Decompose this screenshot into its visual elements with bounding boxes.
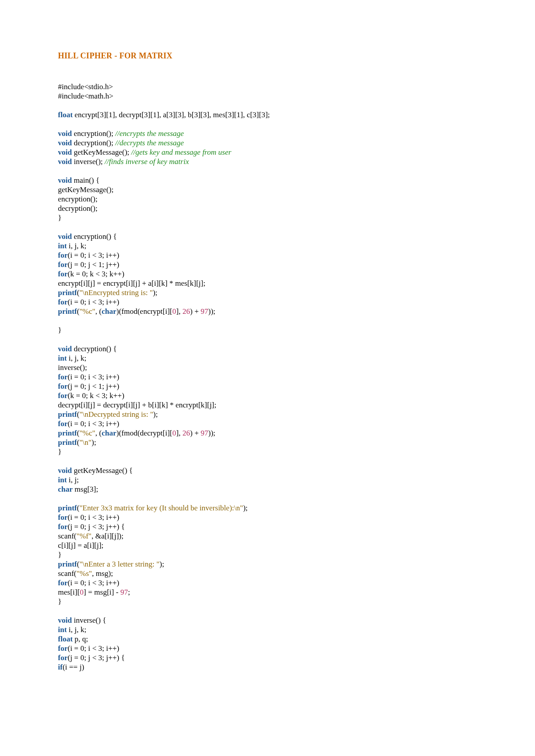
code-line: int i, j, k;	[58, 625, 477, 634]
code-line: }	[58, 447, 477, 456]
code-line: printf("%c", (char)(fmod(decrypt[i][0], …	[58, 428, 477, 438]
code-line: printf("%c", (char)(fmod(encrypt[i][0], …	[58, 307, 477, 316]
code-line: int i, j;	[58, 475, 477, 485]
code-line: }	[58, 550, 477, 559]
code-block: #include<stdio.h>#include<math.h> float …	[58, 82, 477, 672]
code-line: for(j = 0; j < 3; j++) {	[58, 522, 477, 531]
document-title: HILL CIPHER - FOR MATRIX	[58, 51, 477, 61]
code-line: }	[58, 325, 477, 335]
code-line: for(j = 0; j < 1; j++)	[58, 260, 477, 269]
code-line: for(i = 0; i < 3; i++)	[58, 419, 477, 428]
code-line	[58, 166, 477, 176]
code-line	[58, 335, 477, 344]
code-line: float encrypt[3][1], decrypt[3][1], a[3]…	[58, 110, 477, 119]
code-line: for(k = 0; k < 3; k++)	[58, 269, 477, 279]
code-line	[58, 316, 477, 325]
code-line: c[i][j] = a[i][j];	[58, 541, 477, 550]
code-line: for(i = 0; i < 3; i++)	[58, 297, 477, 307]
code-line	[58, 222, 477, 232]
code-line: void inverse() {	[58, 616, 477, 625]
code-line: for(k = 0; k < 3; k++)	[58, 391, 477, 400]
code-line: printf("\nDecrypted string is: ");	[58, 410, 477, 419]
code-line: scanf("%f", &a[i][j]);	[58, 531, 477, 541]
code-line: for(i = 0; i < 3; i++)	[58, 578, 477, 588]
code-line: mes[i][0] = msg[i] - 97;	[58, 588, 477, 597]
code-line	[58, 456, 477, 466]
code-line: for(j = 0; j < 1; j++)	[58, 382, 477, 391]
code-line: for(i = 0; i < 3; i++)	[58, 372, 477, 382]
code-line: inverse();	[58, 363, 477, 372]
code-line: void main() {	[58, 176, 477, 185]
code-line	[58, 606, 477, 616]
code-line	[58, 119, 477, 129]
code-line: int i, j, k;	[58, 353, 477, 363]
code-line: #include<stdio.h>	[58, 82, 477, 91]
code-line: decryption();	[58, 204, 477, 213]
code-line: #include<math.h>	[58, 91, 477, 101]
code-line: encrypt[i][j] = encrypt[i][j] + a[i][k] …	[58, 279, 477, 288]
code-line: void getKeyMessage(); //gets key and mes…	[58, 148, 477, 157]
code-line: getKeyMessage();	[58, 185, 477, 194]
code-line: }	[58, 597, 477, 606]
code-line: printf("Enter 3x3 matrix for key (It sho…	[58, 503, 477, 513]
code-line: printf("\nEncrypted string is: ");	[58, 288, 477, 297]
code-line: for(i = 0; i < 3; i++)	[58, 644, 477, 653]
code-line: if(i == j)	[58, 662, 477, 672]
code-line: int i, j, k;	[58, 241, 477, 251]
code-line: void decryption() {	[58, 344, 477, 353]
code-line	[58, 494, 477, 503]
document-page: HILL CIPHER - FOR MATRIX #include<stdio.…	[0, 0, 535, 756]
code-line: char msg[3];	[58, 485, 477, 494]
code-line: void encryption() {	[58, 232, 477, 241]
code-line: printf("\nEnter a 3 letter string: ");	[58, 559, 477, 569]
code-line: scanf("%s", msg);	[58, 569, 477, 578]
code-line: for(i = 0; i < 3; i++)	[58, 251, 477, 260]
code-line	[58, 101, 477, 110]
code-line: decrypt[i][j] = decrypt[i][j] + b[i][k] …	[58, 400, 477, 410]
code-line: encryption();	[58, 194, 477, 204]
code-line: void inverse(); //finds inverse of key m…	[58, 157, 477, 166]
code-line: void encryption(); //encrypts the messag…	[58, 129, 477, 138]
code-line: for(j = 0; j < 3; j++) {	[58, 653, 477, 662]
code-line: void decryption(); //decrypts the messag…	[58, 138, 477, 148]
code-line: void getKeyMessage() {	[58, 466, 477, 475]
code-line: float p, q;	[58, 634, 477, 644]
code-line: printf("\n");	[58, 438, 477, 447]
code-line: for(i = 0; i < 3; i++)	[58, 513, 477, 522]
code-line: }	[58, 213, 477, 222]
